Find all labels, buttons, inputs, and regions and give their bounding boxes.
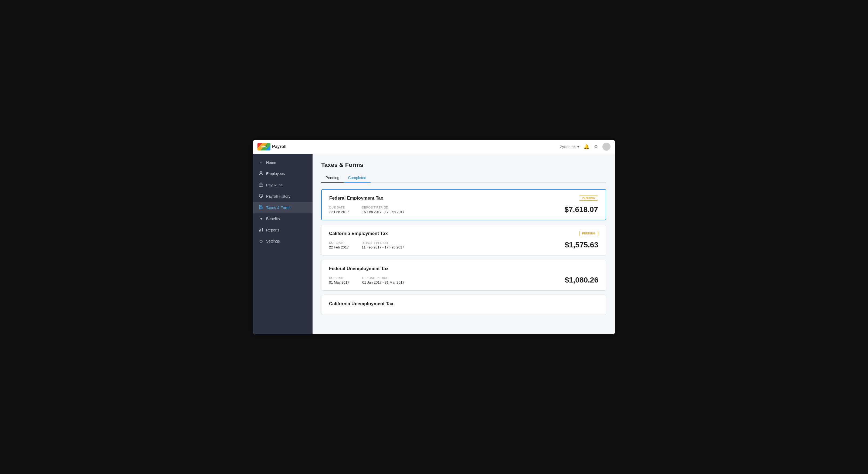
zoho-logo: ZOHO <box>257 143 271 150</box>
user-avatar[interactable] <box>602 143 611 151</box>
deposit-period-label-2: Deposit Period <box>362 241 404 244</box>
notification-icon[interactable]: 🔔 <box>584 144 589 150</box>
tax-card-details-3: Due Date 01 May 2017 Deposit Period 01 J… <box>329 276 598 285</box>
tax-card-california-unemployment[interactable]: California Unemployment Tax <box>321 295 606 315</box>
sidebar-label-taxes-forms: Taxes & Forms <box>266 206 291 210</box>
tax-card-header-3: Federal Unemployment Tax <box>329 266 598 271</box>
svg-point-0 <box>260 172 262 173</box>
deposit-period-label-1: Deposit Period <box>362 206 405 209</box>
sidebar-item-benefits[interactable]: ✦ Benefits <box>253 213 313 225</box>
sidebar-item-home[interactable]: ⌂ Home <box>253 157 313 168</box>
settings-sidebar-icon: ⚙ <box>258 239 264 244</box>
tax-card-header-1: Federal Employment Tax PENDING <box>329 196 598 201</box>
sidebar-label-settings: Settings <box>266 239 280 243</box>
tax-card-federal-employment[interactable]: Federal Employment Tax PENDING Due Date … <box>321 189 606 220</box>
svg-rect-5 <box>260 229 261 232</box>
due-date-value-2: 22 Feb 2017 <box>329 245 349 249</box>
settings-icon[interactable]: ⚙ <box>594 144 598 150</box>
tax-card-details-1: Due Date 22 Feb 2017 Deposit Period 15 F… <box>329 205 598 214</box>
sidebar-label-home: Home <box>266 160 276 165</box>
pay-runs-icon <box>258 182 264 188</box>
deposit-period-group-2: Deposit Period 11 Feb 2017 - 17 Feb 2017 <box>362 241 404 249</box>
tax-card-header-4: California Unemployment Tax <box>329 301 598 306</box>
sidebar-item-settings[interactable]: ⚙ Settings <box>253 236 313 247</box>
header: ZOHO Payroll Zylker Inc. ▾ 🔔 ⚙ <box>253 140 615 154</box>
page-title: Taxes & Forms <box>321 161 606 169</box>
deposit-period-label-3: Deposit Period <box>362 276 404 279</box>
header-right: Zylker Inc. ▾ 🔔 ⚙ <box>560 143 611 151</box>
sidebar-label-employees: Employees <box>266 172 285 176</box>
tax-name-4: California Unemployment Tax <box>329 301 394 306</box>
due-date-label-3: Due Date <box>329 276 349 279</box>
tax-name-2: California Employment Tax <box>329 231 388 236</box>
due-date-group-1: Due Date 22 Feb 2017 <box>329 206 349 214</box>
tax-card-details-2: Due Date 22 Feb 2017 Deposit Period 11 F… <box>329 241 598 249</box>
deposit-period-value-3: 01 Jan 2017 - 31 Mar 2017 <box>362 280 404 285</box>
tax-meta-1: Due Date 22 Feb 2017 Deposit Period 15 F… <box>329 206 405 214</box>
svg-rect-6 <box>262 228 262 232</box>
benefits-icon: ✦ <box>258 216 264 221</box>
due-date-value-1: 22 Feb 2017 <box>329 210 349 214</box>
deposit-period-group-3: Deposit Period 01 Jan 2017 - 31 Mar 2017 <box>362 276 404 285</box>
due-date-value-3: 01 May 2017 <box>329 280 349 285</box>
tax-card-header-2: California Employment Tax PENDING <box>329 231 598 236</box>
deposit-period-value-2: 11 Feb 2017 - 17 Feb 2017 <box>362 245 404 249</box>
payroll-history-icon <box>258 194 264 199</box>
tax-card-california-employment[interactable]: California Employment Tax PENDING Due Da… <box>321 225 606 256</box>
company-dropdown-icon: ▾ <box>577 145 579 149</box>
sidebar-label-payroll-history: Payroll History <box>266 194 290 199</box>
tab-completed[interactable]: Completed <box>344 173 371 183</box>
due-date-group-3: Due Date 01 May 2017 <box>329 276 349 285</box>
due-date-group-2: Due Date 22 Feb 2017 <box>329 241 349 249</box>
tax-name-1: Federal Employment Tax <box>329 196 383 201</box>
pending-badge-2: PENDING <box>579 231 598 236</box>
company-selector[interactable]: Zylker Inc. ▾ <box>560 145 579 149</box>
sidebar-item-employees[interactable]: Employees <box>253 168 313 179</box>
sidebar-item-payroll-history[interactable]: Payroll History <box>253 191 313 202</box>
sidebar-label-benefits: Benefits <box>266 217 280 221</box>
tabs: Pending Completed <box>321 173 606 183</box>
tax-amount-3: $1,080.26 <box>565 276 598 285</box>
main-layout: ⌂ Home Employees <box>253 154 615 334</box>
svg-rect-1 <box>259 183 263 186</box>
tax-meta-3: Due Date 01 May 2017 Deposit Period 01 J… <box>329 276 404 285</box>
sidebar-item-taxes-forms[interactable]: Taxes & Forms <box>253 202 313 213</box>
tax-amount-1: $7,618.07 <box>564 205 598 214</box>
sidebar-item-reports[interactable]: Reports <box>253 225 313 236</box>
tax-meta-2: Due Date 22 Feb 2017 Deposit Period 11 F… <box>329 241 404 249</box>
pending-badge-1: PENDING <box>579 196 598 201</box>
deposit-period-value-1: 15 Feb 2017 - 17 Feb 2017 <box>362 210 405 214</box>
svg-rect-4 <box>259 230 260 232</box>
company-name-text: Zylker Inc. <box>560 145 576 149</box>
reports-icon <box>258 228 264 233</box>
logo-area: ZOHO Payroll <box>257 143 286 150</box>
home-icon: ⌂ <box>258 160 264 165</box>
tab-pending[interactable]: Pending <box>321 173 344 183</box>
app-window: ZOHO Payroll Zylker Inc. ▾ 🔔 ⚙ ⌂ Home <box>253 140 615 334</box>
content-area: Taxes & Forms Pending Completed Federal … <box>313 154 615 334</box>
sidebar: ⌂ Home Employees <box>253 154 313 334</box>
deposit-period-group-1: Deposit Period 15 Feb 2017 - 17 Feb 2017 <box>362 206 405 214</box>
tax-name-3: Federal Unemployment Tax <box>329 266 389 271</box>
due-date-label-2: Due Date <box>329 241 349 244</box>
sidebar-item-pay-runs[interactable]: Pay Runs <box>253 179 313 191</box>
due-date-label-1: Due Date <box>329 206 349 209</box>
employees-icon <box>258 171 264 176</box>
sidebar-label-pay-runs: Pay Runs <box>266 183 283 187</box>
tax-amount-2: $1,575.63 <box>565 241 598 249</box>
app-name: Payroll <box>272 144 286 149</box>
taxes-forms-icon <box>258 205 264 210</box>
tax-card-federal-unemployment[interactable]: Federal Unemployment Tax Due Date 01 May… <box>321 260 606 291</box>
sidebar-label-reports: Reports <box>266 228 279 232</box>
